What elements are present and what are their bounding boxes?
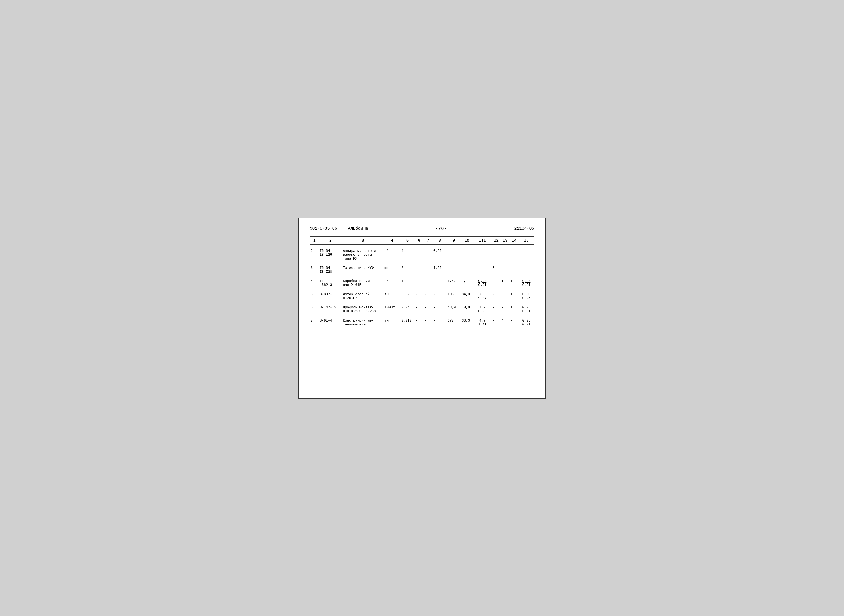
row7-col13: 4 — [501, 318, 510, 328]
col-header-6: 6 — [415, 236, 424, 245]
row7-code: 8-9I-4 — [319, 318, 342, 328]
col-header-12: I2 — [492, 236, 501, 245]
row2-col7: - — [423, 248, 432, 262]
table-row: 6 8-I47-I3 Профиль монтаж-ный К-235, К-2… — [310, 305, 534, 314]
row5-col15: 0,90 0,25 — [519, 291, 534, 301]
row5-col15-top: 0,90 — [522, 292, 531, 296]
row7-col12: - — [492, 318, 501, 328]
row7-col9: 377 — [447, 318, 460, 328]
row6-col11-stacked: I,2 0,28 — [474, 306, 491, 313]
row5-col15-bot: 0,25 — [522, 296, 531, 300]
col-header-4: 4 — [384, 236, 400, 245]
table-row: 3 I5-04 I8-I28 То же, типа КУФ шт 2 - - … — [310, 265, 534, 275]
row6-col11-bot: 0,28 — [478, 309, 487, 313]
row4-col11-stacked: 0,04 0,0I — [474, 279, 491, 287]
row3-col6: - — [415, 265, 424, 275]
row5-col11-top: 36 — [481, 292, 485, 296]
row5-num: 5 — [310, 291, 319, 301]
col-header-13: I3 — [501, 236, 510, 245]
row4-col9: I,47 — [447, 278, 460, 288]
row3-col12: 3 — [492, 265, 501, 275]
row3-code: I5-04 I8-I28 — [319, 265, 342, 275]
col-header-3: 3 — [342, 236, 384, 245]
row3-col11: - — [473, 265, 492, 275]
row3-col5: 2 — [400, 265, 415, 275]
col-header-9: 9 — [447, 236, 460, 245]
row2-col13: - — [501, 248, 510, 262]
row2-code: I5-04 I8-I26 — [319, 248, 342, 262]
row6-col13: 2 — [501, 305, 510, 314]
col-header-1: I — [310, 236, 319, 245]
row3-desc: То же, типа КУФ — [342, 265, 384, 275]
row4-col7: - — [423, 278, 432, 288]
row4-num: 4 — [310, 278, 319, 288]
row5-col15-stacked: 0,90 0,25 — [519, 292, 533, 300]
row7-col15-top: 0,05 — [522, 319, 531, 323]
row4-col10: I,I7 — [461, 278, 473, 288]
row4-unit: -"- — [384, 278, 400, 288]
main-table: I 2 3 4 5 6 7 8 9 IO III I2 I3 I4 I5 — [310, 236, 534, 331]
row5-col6: - — [415, 291, 424, 301]
row2-unit: -"- — [384, 248, 400, 262]
table-row: 4 II- -582-3 Коробка клемм-ная У-615 -"-… — [310, 278, 534, 288]
row4-code: II- -582-3 — [319, 278, 342, 288]
row7-col5: 0,0I0 — [400, 318, 415, 328]
row5-col14: I — [510, 291, 519, 301]
row4-col8: - — [432, 278, 447, 288]
row3-col9: - — [447, 265, 460, 275]
row4-col14: I — [510, 278, 519, 288]
row5-col5: 0,025 — [400, 291, 415, 301]
row5-code: 8-397-I — [319, 291, 342, 301]
row6-col9: 43,9 — [447, 305, 460, 314]
row7-col11-stacked: 4,7 I,4I — [474, 319, 491, 327]
row3-num: 3 — [310, 265, 319, 275]
row6-col11-top: I,2 — [479, 306, 486, 309]
row7-unit: тн — [384, 318, 400, 328]
row5-col11-stacked: 36 9,84 — [474, 292, 491, 300]
row2-col8: 0,95 — [432, 248, 447, 262]
col-header-2: 2 — [319, 236, 342, 245]
row4-col15-bot: 0,0I — [522, 283, 531, 287]
row6-col15-stacked: 0,05 0,0I — [519, 306, 533, 313]
col-header-14: I4 — [510, 236, 519, 245]
row7-col6: - — [415, 318, 424, 328]
page: 901-6-85.86 Альбом № -76- 21134-05 I — [298, 217, 546, 399]
ref-number: 21134-05 — [514, 226, 534, 231]
row6-num: 6 — [310, 305, 319, 314]
row4-col11-bot: 0,0I — [478, 283, 487, 287]
page-header: 901-6-85.86 Альбом № -76- 21134-05 — [310, 226, 534, 231]
row7-num: 7 — [310, 318, 319, 328]
row2-col15: - — [519, 248, 534, 262]
row5-col7: - — [423, 291, 432, 301]
row6-col15-top: 0,05 — [522, 306, 531, 309]
row7-col11-bot: I,4I — [478, 323, 487, 327]
row7-col15-bot: 0,0I — [522, 323, 531, 327]
row5-col13: 3 — [501, 291, 510, 301]
row3-col14: - — [510, 265, 519, 275]
col-header-10: IO — [461, 236, 473, 245]
col-header-15: I5 — [519, 236, 534, 245]
row3-col13: - — [501, 265, 510, 275]
row6-col6: - — [415, 305, 424, 314]
row2-desc: Аппараты, встраи-ваемые в постытипа КУ — [342, 248, 384, 262]
row5-col8: - — [432, 291, 447, 301]
row5-col10: 34,3 — [461, 291, 473, 301]
row5-col9: I08 — [447, 291, 460, 301]
row2-col5: 4 — [400, 248, 415, 262]
col-header-5: 5 — [400, 236, 415, 245]
row4-col15-stacked: 0,04 0,0I — [519, 279, 533, 287]
row5-col12: - — [492, 291, 501, 301]
row7-desc: Конструкции ме-таллические — [342, 318, 384, 328]
col-header-7: 7 — [423, 236, 432, 245]
row4-col15: 0,04 0,0I — [519, 278, 534, 288]
row5-unit: тн — [384, 291, 400, 301]
row5-desc: Лоток сварнойВШ20-П2 — [342, 291, 384, 301]
row6-col14: I — [510, 305, 519, 314]
row6-col15-bot: 0,0I — [522, 309, 531, 313]
table-row: 2 I5-04 I8-I26 Аппараты, встраи-ваемые в… — [310, 248, 534, 262]
column-headers: I 2 3 4 5 6 7 8 9 IO III I2 I3 I4 I5 — [310, 236, 534, 245]
row6-col7: - — [423, 305, 432, 314]
row6-code: 8-I47-I3 — [319, 305, 342, 314]
row3-col8: I,25 — [432, 265, 447, 275]
row4-col11: 0,04 0,0I — [473, 278, 492, 288]
